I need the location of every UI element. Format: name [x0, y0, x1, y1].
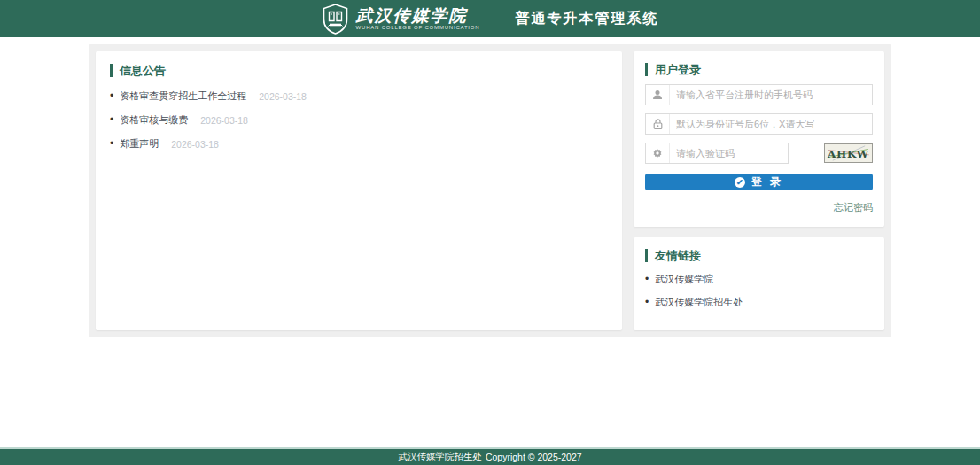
- college-name-english: WUHAN COLLEGE OF COMMUNICATION: [356, 24, 480, 31]
- announcement-link[interactable]: 资格审核与缴费: [120, 113, 188, 127]
- college-logo-shield-icon: [322, 4, 349, 35]
- footer-org-link[interactable]: 武汉传媒学院招生处: [398, 451, 482, 463]
- announcement-link[interactable]: 资格审查贯穿招生工作全过程: [120, 89, 246, 103]
- friendly-link-item[interactable]: • 武汉传媒学院招生处: [645, 296, 873, 309]
- login-button-label: 登 录: [751, 174, 783, 190]
- lock-icon: [646, 114, 670, 134]
- bullet-icon: •: [645, 275, 649, 284]
- college-name-block: 武汉传媒学院 WUHAN COLLEGE OF COMMUNICATION: [356, 6, 480, 31]
- main-content: 信息公告 • 资格审查贯穿招生工作全过程 2026-03-18 • 资格审核与缴…: [89, 44, 891, 337]
- captcha-input-box: [645, 143, 789, 164]
- college-name: 武汉传媒学院: [356, 6, 480, 24]
- check-circle-icon: ✔: [735, 177, 745, 188]
- user-icon: [646, 85, 670, 105]
- bullet-icon: •: [110, 91, 113, 101]
- friendly-link[interactable]: 武汉传媒学院招生处: [655, 296, 743, 309]
- announcement-item[interactable]: • 资格审核与缴费 2026-03-18: [110, 113, 608, 127]
- friendly-links-list: • 武汉传媒学院 • 武汉传媒学院招生处: [645, 273, 873, 309]
- bullet-icon: •: [110, 115, 113, 125]
- captcha-input[interactable]: [670, 148, 788, 159]
- captcha-image[interactable]: AHKW: [824, 143, 873, 163]
- announcement-item[interactable]: • 资格审查贯穿招生工作全过程 2026-03-18: [110, 89, 608, 103]
- announcement-date: 2026-03-18: [200, 115, 248, 126]
- announcement-link[interactable]: 郑重声明: [120, 137, 159, 151]
- login-title: 用户登录: [645, 63, 873, 76]
- password-input[interactable]: [670, 119, 872, 129]
- phone-input[interactable]: [670, 89, 872, 100]
- announcement-item[interactable]: • 郑重声明 2026-03-18: [110, 137, 608, 151]
- system-title: 普通专升本管理系统: [515, 10, 658, 28]
- login-button[interactable]: ✔ 登 录: [645, 174, 873, 190]
- right-column: 用户登录: [634, 51, 884, 330]
- friendly-links-card: 友情链接 • 武汉传媒学院 • 武汉传媒学院招生处: [634, 237, 884, 330]
- top-header-bar: 武汉传媒学院 WUHAN COLLEGE OF COMMUNICATION 普通…: [0, 0, 980, 37]
- forgot-password-row: 忘记密码: [645, 198, 873, 214]
- friendly-link-item[interactable]: • 武汉传媒学院: [645, 273, 873, 286]
- footer-copyright: Copyright © 2025-2027: [486, 452, 582, 462]
- phone-input-row: [645, 84, 873, 105]
- captcha-text: AHKW: [827, 148, 869, 160]
- announcements-title: 信息公告: [110, 64, 608, 77]
- announcement-date: 2026-03-18: [259, 91, 307, 102]
- password-input-row: [645, 113, 873, 135]
- friendly-link[interactable]: 武汉传媒学院: [655, 273, 713, 286]
- captcha-row: AHKW: [645, 143, 873, 164]
- forgot-password-link[interactable]: 忘记密码: [834, 202, 873, 213]
- announcements-list: • 资格审查贯穿招生工作全过程 2026-03-18 • 资格审核与缴费 202…: [110, 89, 608, 151]
- announcements-card: 信息公告 • 资格审查贯穿招生工作全过程 2026-03-18 • 资格审核与缴…: [96, 51, 622, 330]
- announcement-date: 2026-03-18: [171, 139, 219, 150]
- friendly-links-title: 友情链接: [645, 249, 873, 262]
- footer-bar: 武汉传媒学院招生处 Copyright © 2025-2027: [0, 447, 980, 465]
- gear-icon: [646, 143, 670, 163]
- brand-group: 武汉传媒学院 WUHAN COLLEGE OF COMMUNICATION: [322, 4, 480, 35]
- login-card: 用户登录: [634, 51, 884, 227]
- bullet-icon: •: [645, 298, 649, 307]
- bullet-icon: •: [110, 139, 113, 149]
